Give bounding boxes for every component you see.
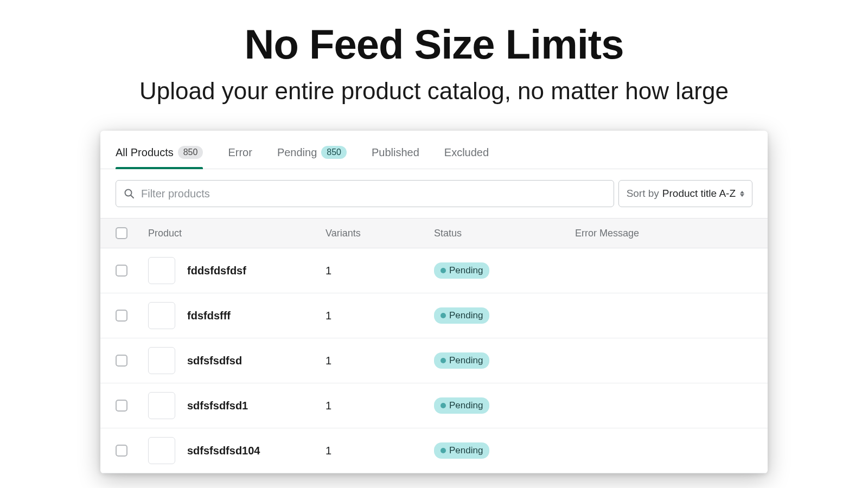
hero-subtitle: Upload your entire product catalog, no m… bbox=[0, 78, 868, 105]
status-dot-icon bbox=[441, 403, 446, 408]
status-cell: Pending bbox=[434, 442, 575, 459]
tab-error[interactable]: Error bbox=[228, 146, 252, 169]
row-checkbox[interactable] bbox=[116, 400, 127, 412]
table-row[interactable]: fddsfdsfdsf1Pending bbox=[100, 248, 768, 293]
sort-caret-icon bbox=[740, 191, 744, 197]
variants-cell: 1 bbox=[326, 445, 434, 457]
tab-pending[interactable]: Pending 850 bbox=[277, 146, 347, 169]
product-name: fddsfdsfdsf bbox=[187, 265, 246, 277]
sort-select[interactable]: Sort by Product title A-Z bbox=[618, 180, 752, 207]
table-row[interactable]: sdfsfsdfsd11Pending bbox=[100, 383, 768, 428]
controls-row: Sort by Product title A-Z bbox=[100, 169, 768, 218]
hero-title: No Feed Size Limits bbox=[0, 21, 868, 68]
status-badge: Pending bbox=[434, 442, 489, 459]
table-header: Product Variants Status Error Message bbox=[100, 218, 768, 248]
product-name: sdfsfsdfsd104 bbox=[187, 445, 260, 457]
product-thumbnail bbox=[148, 392, 175, 419]
tab-badge: 850 bbox=[321, 146, 347, 159]
product-name: fdsfdsfff bbox=[187, 310, 231, 322]
table-body: fddsfdsfdsf1Pendingfdsfdsfff1Pendingsdfs… bbox=[100, 248, 768, 473]
col-product: Product bbox=[148, 228, 326, 239]
product-cell: sdfsfsdfsd bbox=[148, 347, 326, 374]
product-name: sdfsfsdfsd bbox=[187, 355, 242, 367]
status-dot-icon bbox=[441, 313, 446, 318]
tab-label: Pending bbox=[277, 146, 317, 159]
product-thumbnail bbox=[148, 302, 175, 329]
status-badge: Pending bbox=[434, 397, 489, 414]
row-checkbox[interactable] bbox=[116, 265, 127, 277]
variants-cell: 1 bbox=[326, 355, 434, 367]
search-icon bbox=[124, 188, 135, 199]
select-all-checkbox[interactable] bbox=[116, 227, 127, 239]
status-badge: Pending bbox=[434, 352, 489, 369]
variants-cell: 1 bbox=[326, 310, 434, 322]
svg-point-0 bbox=[125, 190, 132, 196]
svg-line-1 bbox=[131, 196, 134, 198]
row-checkbox[interactable] bbox=[116, 445, 127, 457]
product-cell: sdfsfsdfsd104 bbox=[148, 437, 326, 464]
product-cell: fddsfdsfdsf bbox=[148, 257, 326, 284]
status-cell: Pending bbox=[434, 397, 575, 414]
tab-label: Published bbox=[372, 146, 419, 159]
variants-cell: 1 bbox=[326, 400, 434, 412]
tab-excluded[interactable]: Excluded bbox=[444, 146, 489, 169]
variants-cell: 1 bbox=[326, 265, 434, 277]
tabs-bar: All Products 850 Error Pending 850 Publi… bbox=[100, 131, 768, 169]
col-variants: Variants bbox=[326, 228, 434, 239]
status-badge: Pending bbox=[434, 262, 489, 279]
product-cell: fdsfdsfff bbox=[148, 302, 326, 329]
sort-prefix: Sort by bbox=[627, 188, 659, 200]
status-cell: Pending bbox=[434, 352, 575, 369]
tab-published[interactable]: Published bbox=[372, 146, 419, 169]
status-dot-icon bbox=[441, 448, 446, 453]
col-status: Status bbox=[434, 228, 575, 239]
status-dot-icon bbox=[441, 358, 446, 363]
product-thumbnail bbox=[148, 347, 175, 374]
product-name: sdfsfsdfsd1 bbox=[187, 400, 248, 412]
product-panel: All Products 850 Error Pending 850 Publi… bbox=[100, 131, 768, 473]
product-cell: sdfsfsdfsd1 bbox=[148, 392, 326, 419]
status-dot-icon bbox=[441, 268, 446, 273]
tab-all-products[interactable]: All Products 850 bbox=[116, 146, 203, 169]
table-row[interactable]: sdfsfsdfsd1041Pending bbox=[100, 428, 768, 473]
tab-badge: 850 bbox=[178, 146, 203, 159]
search-input[interactable] bbox=[141, 188, 606, 200]
product-thumbnail bbox=[148, 437, 175, 464]
sort-value: Product title A-Z bbox=[662, 188, 736, 200]
row-checkbox[interactable] bbox=[116, 310, 127, 322]
tab-label: All Products bbox=[116, 146, 174, 159]
tab-label: Error bbox=[228, 146, 252, 159]
table-row[interactable]: fdsfdsfff1Pending bbox=[100, 293, 768, 338]
status-cell: Pending bbox=[434, 307, 575, 324]
table-row[interactable]: sdfsfsdfsd1Pending bbox=[100, 338, 768, 383]
col-error: Error Message bbox=[575, 228, 752, 239]
row-checkbox[interactable] bbox=[116, 355, 127, 367]
product-thumbnail bbox=[148, 257, 175, 284]
status-cell: Pending bbox=[434, 262, 575, 279]
search-field-wrap[interactable] bbox=[116, 180, 614, 207]
status-badge: Pending bbox=[434, 307, 489, 324]
tab-label: Excluded bbox=[444, 146, 489, 159]
